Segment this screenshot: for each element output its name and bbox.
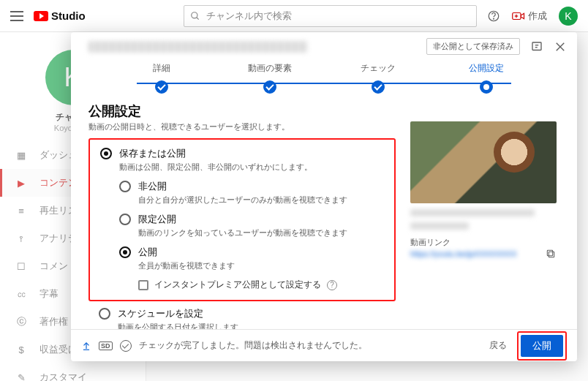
svg-point-0: [191, 12, 197, 18]
logo[interactable]: Studio: [34, 10, 86, 22]
radio-save-or-publish[interactable]: 保存または公開 動画は公開、限定公開、非公開のいずれかにします。: [100, 147, 384, 178]
youtube-icon: [34, 11, 48, 21]
video-thumbnail[interactable]: [410, 121, 557, 203]
video-title-blurred: [88, 41, 308, 53]
radio-unlisted[interactable]: 限定公開動画のリンクを知っているユーザーが動画を視聴できます: [119, 213, 384, 244]
highlight-publish: 公開: [517, 331, 567, 361]
svg-rect-7: [532, 42, 541, 50]
svg-point-3: [494, 18, 494, 19]
sd-badge: SD: [99, 342, 113, 350]
feedback-icon[interactable]: [530, 40, 543, 53]
upload-icon: [81, 341, 91, 351]
create-label: 作成: [528, 10, 547, 23]
svg-line-1: [196, 17, 198, 19]
logo-text: Studio: [51, 10, 86, 22]
radio-icon: [119, 246, 131, 258]
step-checks[interactable]: チェック: [324, 62, 432, 94]
copy-icon[interactable]: [545, 248, 557, 260]
close-icon[interactable]: [554, 40, 567, 53]
help-icon[interactable]: [487, 10, 500, 23]
video-link[interactable]: https://youtu.be/jpXXXXXXXX: [410, 249, 517, 258]
step-visibility[interactable]: 公開設定: [432, 62, 540, 94]
checkbox-icon: [138, 280, 148, 290]
svg-rect-12: [549, 252, 554, 257]
publish-button[interactable]: 公開: [521, 335, 563, 357]
saved-badge: 非公開として保存済み: [426, 38, 520, 55]
menu-icon[interactable]: [10, 10, 23, 23]
svg-rect-13: [547, 250, 552, 255]
create-button[interactable]: 作成: [512, 10, 547, 23]
video-link-label: 動画リンク: [410, 237, 557, 248]
create-icon: [512, 11, 525, 21]
section-title: 公開設定: [88, 102, 396, 120]
radio-icon: [99, 308, 110, 320]
search-input[interactable]: チャンネル内で検索: [184, 5, 477, 27]
video-title-preview: [410, 209, 535, 216]
check-message: チェックが完了しました。問題は検出されませんでした。: [139, 339, 367, 352]
search-placeholder: チャンネル内で検索: [206, 10, 292, 23]
premiere-checkbox[interactable]: インスタントプレミア公開として設定する ?: [138, 279, 384, 291]
help-icon[interactable]: ?: [327, 280, 337, 290]
search-icon: [190, 11, 200, 21]
radio-schedule[interactable]: スケジュールを設定動画を公開する日付を選択します: [88, 307, 396, 329]
section-subtitle: 動画の公開日時と、視聴できるユーザーを選択します。: [88, 121, 396, 132]
video-title-preview-2: [410, 222, 469, 230]
back-button[interactable]: 戻る: [489, 339, 507, 352]
radio-private[interactable]: 非公開自分と自分が選択したユーザーのみが動画を視聴できます: [119, 180, 384, 211]
step-elements[interactable]: 動画の要素: [216, 62, 324, 94]
radio-icon: [119, 214, 131, 225]
highlight-save-publish: 保存または公開 動画は公開、限定公開、非公開のいずれかにします。 非公開自分と自…: [88, 138, 396, 301]
upload-dialog: 非公開として保存済み 詳細 動画の要素 チェック 公開設定 公開設定 動画の公開…: [71, 32, 577, 361]
radio-public[interactable]: 公開全員が動画を視聴できます: [119, 246, 384, 277]
radio-icon: [119, 181, 131, 192]
radio-icon: [100, 148, 112, 159]
check-complete-icon: [120, 340, 132, 352]
avatar[interactable]: K: [559, 7, 578, 26]
step-details[interactable]: 詳細: [108, 62, 216, 94]
